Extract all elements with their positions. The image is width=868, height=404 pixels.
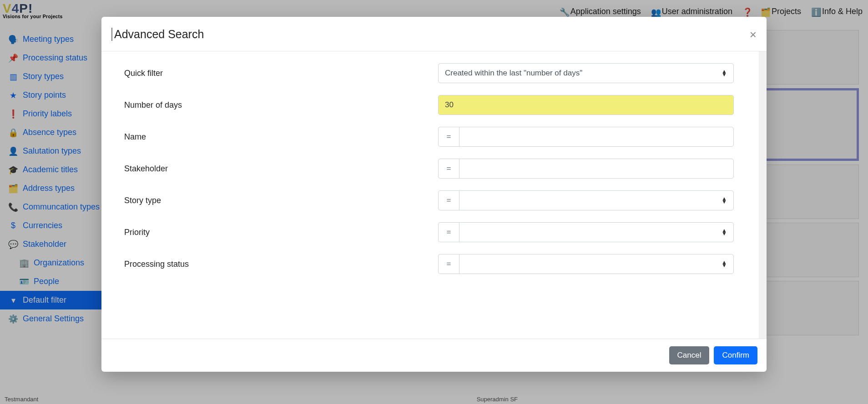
modal-close-button[interactable]: × bbox=[750, 28, 757, 40]
quick-filter-value: Created within the last "number of days" bbox=[445, 69, 582, 78]
quick-filter-select[interactable]: Created within the last "number of days"… bbox=[438, 63, 734, 83]
story-type-select[interactable]: ▲▼ bbox=[459, 190, 734, 210]
label-processing-status: Processing status bbox=[124, 259, 438, 269]
processing-status-select[interactable]: ▲▼ bbox=[459, 254, 734, 274]
modal-title: Advanced Search bbox=[111, 28, 204, 41]
priority-operator-select[interactable]: = bbox=[438, 222, 459, 242]
chevron-sort-icon: ▲▼ bbox=[722, 70, 727, 76]
stakeholder-operator-select[interactable]: = bbox=[438, 159, 459, 179]
label-name: Name bbox=[124, 132, 438, 142]
confirm-button[interactable]: Confirm bbox=[714, 346, 757, 364]
chevron-sort-icon: ▲▼ bbox=[722, 261, 727, 267]
chevron-sort-icon: ▲▼ bbox=[722, 229, 727, 235]
name-input[interactable] bbox=[459, 127, 734, 147]
label-priority: Priority bbox=[124, 228, 438, 237]
chevron-sort-icon: ▲▼ bbox=[722, 197, 727, 203]
label-story-type: Story type bbox=[124, 196, 438, 205]
label-stakeholder: Stakeholder bbox=[124, 164, 438, 174]
cancel-button[interactable]: Cancel bbox=[669, 346, 710, 364]
stakeholder-input[interactable] bbox=[459, 159, 734, 179]
advanced-search-modal: Advanced Search × Quick filter Created w… bbox=[101, 17, 767, 372]
processing-status-operator-select[interactable]: = bbox=[438, 254, 459, 274]
name-operator-select[interactable]: = bbox=[438, 127, 459, 147]
story-type-operator-select[interactable]: = bbox=[438, 190, 459, 210]
label-quick-filter: Quick filter bbox=[124, 69, 438, 78]
number-of-days-input[interactable] bbox=[438, 95, 734, 115]
label-number-of-days: Number of days bbox=[124, 100, 438, 110]
priority-select[interactable]: ▲▼ bbox=[459, 222, 734, 242]
